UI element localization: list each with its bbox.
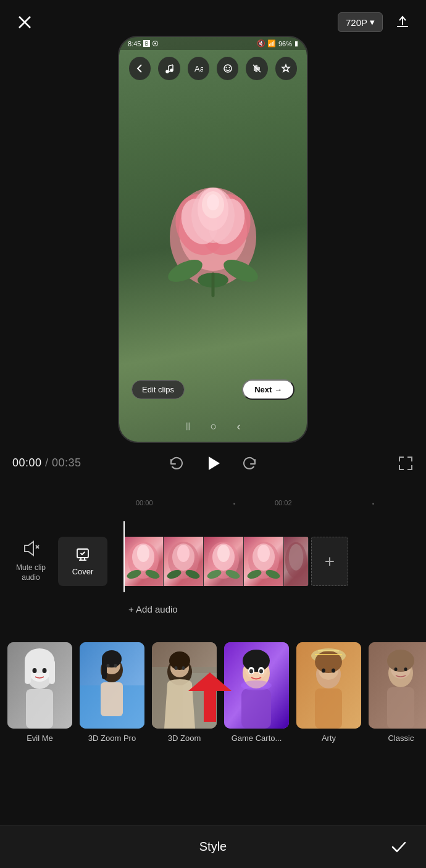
style-thumb-game-carto	[224, 642, 289, 729]
phone-text-button[interactable]: Aa	[188, 57, 209, 80]
svg-rect-73	[102, 658, 107, 679]
ruler-mark-2: 00:02	[275, 499, 292, 506]
clip-thumb	[164, 537, 203, 586]
fullscreen-button[interactable]	[398, 455, 414, 471]
clip-section: Mute clipaudio Cover	[0, 527, 426, 595]
svg-point-82	[169, 651, 190, 670]
phone-preview: 8:45 🅱 ⦿ 🔇 📶 96% ▮	[118, 36, 308, 443]
svg-point-38	[137, 545, 149, 562]
phone-effects-button[interactable]	[275, 57, 297, 80]
style-item-3d-zoom[interactable]: 3D Zoom	[152, 642, 217, 743]
add-clip-icon: +	[325, 552, 335, 571]
svg-rect-104	[315, 688, 342, 729]
style-item-3d-zoom-pro[interactable]: 3D Zoom Pro	[80, 642, 144, 743]
svg-marker-28	[209, 457, 220, 470]
add-audio-label: + Add audio	[128, 604, 178, 614]
style-thumb-3d-zoom	[152, 642, 217, 729]
svg-line-22	[169, 65, 173, 66]
style-scroll: Evil Me	[0, 632, 426, 753]
clip-frame-3	[204, 537, 244, 586]
svg-text:Aa: Aa	[194, 64, 203, 73]
mute-label: Mute clipaudio	[16, 563, 46, 582]
svg-point-101	[332, 669, 335, 673]
timeline-playhead	[123, 521, 125, 592]
svg-point-91	[249, 669, 253, 674]
export-button[interactable]	[391, 11, 414, 33]
cover-tool[interactable]: Cover	[58, 537, 107, 586]
phone-back-button[interactable]	[129, 57, 151, 80]
svg-point-76	[114, 664, 117, 668]
svg-point-25	[225, 67, 227, 68]
style-item-game-carto[interactable]: Game Carto...	[224, 642, 289, 743]
resolution-button[interactable]: 720P ▾	[338, 12, 383, 32]
style-label-game-carto: Game Carto...	[232, 734, 282, 743]
style-label-3d-zoom-pro: 3D Zoom Pro	[88, 734, 136, 743]
svg-rect-111	[387, 687, 414, 729]
svg-point-108	[387, 650, 414, 672]
style-item-classic[interactable]: Classic	[369, 642, 426, 743]
style-item-arty[interactable]: Arty	[296, 642, 361, 743]
ruler: 00:00 00:02	[136, 497, 414, 515]
confirm-button[interactable]	[386, 835, 411, 859]
style-thumb-arty	[296, 642, 361, 729]
phone-music-button[interactable]	[158, 57, 180, 80]
style-label-evil-me: Evil Me	[27, 734, 53, 743]
playback-section: 00:00 / 00:35	[0, 457, 426, 469]
close-button[interactable]	[12, 10, 37, 35]
svg-point-83	[175, 666, 178, 670]
svg-point-109	[395, 668, 398, 671]
style-label-3d-zoom: 3D Zoom	[168, 734, 201, 743]
total-time: 00:35	[52, 457, 81, 469]
clip-row: +	[123, 537, 426, 586]
next-button[interactable]: Next →	[242, 379, 294, 400]
clip-thumb	[244, 537, 283, 586]
svg-point-26	[228, 67, 230, 68]
phone-toolbar: Aa	[119, 52, 307, 85]
phone-mute-button[interactable]	[246, 57, 267, 80]
redo-button[interactable]	[241, 455, 257, 471]
svg-point-75	[107, 664, 110, 668]
top-bar: 720P ▾	[0, 0, 426, 44]
top-right-controls: 720P ▾	[338, 11, 414, 33]
style-thumb-evil-me	[7, 642, 72, 729]
edit-clips-button[interactable]: Edit clips	[132, 380, 185, 399]
clip-thumb	[284, 537, 308, 586]
undo-button[interactable]	[169, 455, 185, 471]
phone-sticker-button[interactable]	[217, 57, 238, 80]
svg-point-48	[217, 545, 230, 562]
add-audio-row: + Add audio	[123, 595, 426, 622]
resolution-dropdown-arrow: ▾	[370, 17, 375, 28]
timeline-ruler: 00:00 00:02	[0, 494, 426, 518]
svg-point-94	[241, 680, 272, 690]
svg-rect-93	[241, 688, 271, 729]
ruler-dot-1	[233, 503, 235, 505]
ruler-dot-3	[372, 503, 374, 505]
phone-nav-bar: ⦀ ○ ‹	[119, 420, 307, 433]
clip-thumb	[204, 537, 243, 586]
svg-point-12	[207, 194, 219, 210]
clip-frame-1	[123, 537, 164, 586]
style-section: Evil Me	[0, 632, 426, 780]
svg-point-57	[289, 544, 303, 570]
time-separator: /	[45, 457, 52, 469]
resolution-label: 720P	[346, 17, 367, 28]
style-item-evil-me[interactable]: Evil Me	[7, 642, 72, 743]
svg-point-88	[243, 650, 270, 672]
svg-rect-63	[25, 659, 31, 684]
svg-rect-67	[26, 689, 53, 729]
clip-frame-4	[244, 537, 284, 586]
clip-frame-2	[164, 537, 204, 586]
add-audio-button[interactable]: + Add audio	[128, 604, 178, 614]
clip-tools: Mute clipaudio Cover	[0, 537, 123, 586]
mute-clip-tool[interactable]: Mute clipaudio	[16, 540, 46, 582]
play-button[interactable]	[199, 450, 227, 477]
playback-controls	[169, 450, 257, 477]
video-clip[interactable]	[123, 537, 309, 586]
svg-marker-29	[25, 542, 33, 555]
svg-point-110	[404, 668, 407, 671]
style-title: Style	[40, 840, 386, 854]
add-clip-button[interactable]: +	[311, 537, 348, 586]
rose-image	[157, 175, 269, 299]
nav-back-icon: ‹	[236, 420, 240, 433]
clip-frame-5	[284, 537, 309, 586]
